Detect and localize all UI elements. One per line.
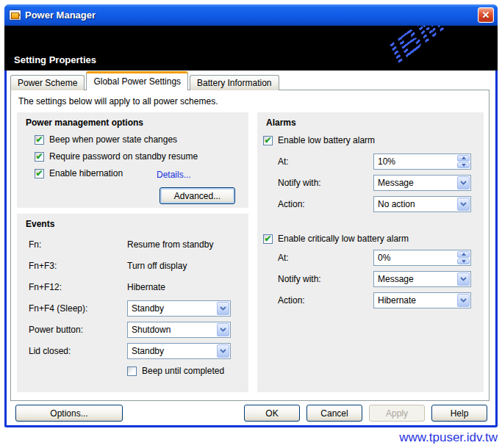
chevron-down-icon[interactable] — [217, 344, 229, 358]
checkbox-label: Beep until completed — [142, 366, 224, 376]
enable-low-battery-alarm-checkbox[interactable]: ✔ — [263, 136, 273, 145]
spinner-buttons — [457, 155, 470, 168]
critical-alarm-level-input[interactable]: 0% — [373, 250, 471, 266]
spin-down-icon[interactable] — [457, 259, 470, 265]
apply-button[interactable]: Apply — [369, 405, 425, 422]
enable-low-battery-alarm-row: ✔ Enable low battery alarm — [263, 135, 375, 145]
field-label: Notify with: — [278, 271, 373, 287]
ok-button[interactable]: OK — [244, 405, 300, 422]
enable-hibernation-checkbox[interactable]: ✔ — [35, 169, 44, 178]
fn-f4-sleep-row: Fn+F4 (Sleep): Standby — [29, 300, 231, 317]
advanced-button[interactable]: Advanced... — [159, 187, 235, 204]
cancel-button[interactable]: Cancel — [306, 405, 362, 422]
checkbox-label: Require password on standby resume — [49, 151, 198, 162]
enable-critical-alarm-row: ✔ Enable critically low battery alarm — [263, 234, 409, 244]
options-button[interactable]: Options... — [15, 405, 123, 422]
checkbox-label: Enable low battery alarm — [278, 135, 375, 145]
chevron-down-icon[interactable] — [457, 198, 470, 211]
tab-page-global-power-settings: The settings below will apply to all pow… — [10, 90, 490, 401]
dropdown-value: Standby — [128, 346, 164, 356]
field-label: At: — [278, 250, 373, 266]
chevron-down-icon[interactable] — [457, 272, 470, 286]
fn-row: Fn: Resume from standby — [29, 239, 213, 250]
banner-title: Setting Properties — [14, 54, 96, 65]
chevron-down-icon[interactable] — [457, 176, 470, 189]
checkbox-label: Enable hibernation — [49, 168, 123, 178]
enable-hibernation-row: ✔ Enable hibernation — [35, 168, 123, 178]
event-label: Fn: — [29, 239, 127, 250]
power-button-dropdown[interactable]: Shutdown — [127, 322, 231, 338]
event-label: Fn+F4 (Sleep): — [29, 300, 127, 317]
header-banner: IBM Setting Properties — [4, 26, 498, 71]
power-button-row: Power button: Shutdown — [29, 322, 231, 338]
close-icon: ✕ — [482, 10, 490, 20]
fn-f4-sleep-dropdown[interactable]: Standby — [127, 300, 231, 317]
check-icon: ✔ — [35, 170, 43, 177]
critical-alarm-action-dropdown[interactable]: Hibernate — [373, 292, 471, 308]
low-alarm-notify-dropdown[interactable]: Message — [373, 175, 471, 191]
input-value: 10% — [374, 156, 395, 167]
chevron-down-icon[interactable] — [217, 323, 229, 336]
check-icon: ✔ — [35, 153, 43, 160]
field-label: Action: — [278, 196, 373, 212]
group-title: Power management options — [26, 118, 143, 128]
tab-global-power-settings[interactable]: Global Power Settings — [86, 71, 188, 90]
critical-alarm-at-row: At: 0% — [278, 250, 471, 266]
window-title: Power Manager — [25, 10, 96, 21]
field-label: Action: — [278, 292, 373, 308]
action-buttons: OK Cancel Apply Help — [244, 405, 487, 422]
dialog-button-row: Options... OK Cancel Apply Help — [7, 405, 495, 422]
group-title: Alarms — [266, 118, 296, 128]
chevron-down-icon[interactable] — [217, 302, 229, 315]
low-alarm-action-dropdown[interactable]: No action — [373, 196, 471, 212]
close-button[interactable]: ✕ — [478, 7, 494, 23]
low-alarm-action-row: Action: No action — [278, 196, 471, 212]
chevron-down-icon[interactable] — [457, 294, 470, 307]
enable-critical-alarm-checkbox[interactable]: ✔ — [263, 234, 273, 244]
low-alarm-notify-row: Notify with: Message — [278, 175, 471, 191]
titlebar[interactable]: Power Manager ✕ — [4, 4, 498, 26]
field-label: Notify with: — [278, 175, 373, 191]
input-value: 0% — [374, 253, 390, 263]
power-manager-app-icon — [9, 10, 21, 21]
spin-up-icon[interactable] — [457, 251, 470, 258]
tab-bar: Power Scheme Global Power Settings Batte… — [10, 71, 279, 90]
lid-closed-dropdown[interactable]: Standby — [127, 343, 231, 359]
low-alarm-at-row: At: 10% — [278, 153, 471, 170]
spinner-buttons — [457, 251, 470, 264]
alarms-group: Alarms ✔ Enable low battery alarm At: 10… — [257, 112, 484, 392]
group-title: Events — [26, 219, 54, 229]
power-manager-window: Power Manager ✕ IBM Setting Properties P… — [4, 4, 498, 427]
spin-down-icon[interactable] — [457, 162, 470, 169]
critical-alarm-action-row: Action: Hibernate — [278, 292, 471, 308]
help-button[interactable]: Help — [431, 405, 487, 422]
ibm-logo: IBM — [381, 26, 453, 70]
intro-text: The settings below will apply to all pow… — [18, 96, 218, 106]
beep-until-completed-checkbox[interactable] — [127, 366, 137, 376]
beep-power-state-row: ✔ Beep when power state changes — [35, 134, 177, 145]
tab-battery-information[interactable]: Battery Information — [190, 75, 279, 90]
event-value: Turn off display — [127, 261, 187, 271]
require-password-checkbox[interactable]: ✔ — [35, 152, 44, 162]
tab-power-scheme[interactable]: Power Scheme — [10, 75, 85, 90]
power-management-options-group: Power management options ✔ Beep when pow… — [17, 112, 248, 208]
low-alarm-level-input[interactable]: 10% — [373, 153, 471, 170]
dropdown-value: Message — [374, 274, 414, 284]
dropdown-value: Message — [374, 178, 414, 188]
dropdown-value: Hibernate — [374, 295, 416, 306]
spin-up-icon[interactable] — [457, 155, 470, 162]
dropdown-value: No action — [374, 199, 415, 209]
events-group: Events Fn: Resume from standby Fn+F3: Tu… — [17, 214, 248, 392]
details-link[interactable]: Details... — [157, 170, 191, 180]
dropdown-value: Shutdown — [128, 325, 171, 335]
beep-power-state-checkbox[interactable]: ✔ — [35, 135, 44, 145]
checkbox-label: Beep when power state changes — [49, 134, 177, 145]
event-label: Power button: — [29, 322, 127, 338]
event-label: Lid closed: — [29, 343, 127, 359]
checkbox-label: Enable critically low battery alarm — [278, 234, 409, 244]
fn-f3-row: Fn+F3: Turn off display — [29, 261, 187, 271]
check-icon: ✔ — [35, 136, 43, 143]
event-value: Hibernate — [127, 282, 165, 292]
watermark-url: www.tpuser.idv.tw — [399, 430, 498, 445]
critical-alarm-notify-dropdown[interactable]: Message — [373, 271, 471, 287]
